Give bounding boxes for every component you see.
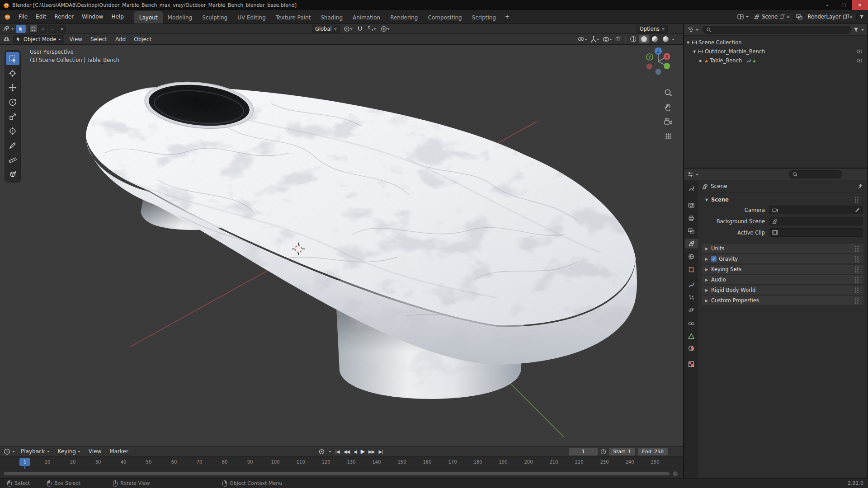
timeline-menu-marker[interactable]: Marker bbox=[105, 448, 132, 455]
tab-uv-editing[interactable]: UV Editing bbox=[232, 11, 271, 23]
chevron-down-icon[interactable] bbox=[861, 29, 864, 32]
menu-help[interactable]: Help bbox=[107, 14, 127, 20]
tab-scripting[interactable]: Scripting bbox=[467, 11, 501, 23]
tab-particles[interactable] bbox=[685, 292, 697, 302]
chevron-down-icon[interactable] bbox=[746, 16, 749, 19]
section-gravity[interactable]: ▶✓Gravity bbox=[702, 254, 863, 263]
menu-render[interactable]: Render bbox=[50, 14, 78, 20]
outliner-row-scene-collection[interactable]: ▼ Scene Collection bbox=[686, 38, 865, 47]
tool-add-cube[interactable] bbox=[6, 168, 19, 181]
tab-render[interactable] bbox=[685, 200, 697, 210]
close-button[interactable]: ✕ bbox=[852, 0, 868, 10]
add-workspace-button[interactable]: + bbox=[501, 10, 514, 23]
end-frame-field[interactable]: End 250 bbox=[638, 448, 668, 455]
play-button[interactable]: ▶ bbox=[361, 448, 364, 455]
prev-keyframe-button[interactable]: ◀◀ bbox=[344, 449, 349, 454]
background-scene-field[interactable] bbox=[769, 217, 863, 225]
section-custom-properties[interactable]: ▶Custom Properties bbox=[702, 296, 863, 305]
jump-to-start-button[interactable]: |◀ bbox=[335, 449, 340, 454]
pin-button[interactable] bbox=[858, 183, 863, 189]
tool-rotate[interactable] bbox=[6, 95, 19, 108]
new-viewlayer-icon[interactable] bbox=[843, 15, 847, 19]
zoom-icon[interactable] bbox=[664, 88, 673, 97]
timeline-scroll-handle[interactable] bbox=[673, 471, 678, 476]
viewport-menu-select[interactable]: Select bbox=[86, 36, 111, 42]
disclosure-icon[interactable]: ▼ bbox=[692, 50, 697, 54]
viewport-editor-icon[interactable] bbox=[3, 36, 10, 42]
tool-box-select[interactable] bbox=[6, 52, 19, 65]
outliner-row-object[interactable]: ▶ ▲ Table_Bench ▲ bbox=[686, 56, 865, 65]
tab-texture-paint[interactable]: Texture Paint bbox=[271, 11, 316, 23]
viewport-menu-add[interactable]: Add bbox=[111, 36, 130, 42]
overlays-dropdown[interactable] bbox=[602, 37, 613, 42]
new-scene-icon[interactable] bbox=[780, 15, 783, 19]
outliner-editor-icon[interactable] bbox=[687, 27, 693, 33]
timeline-editor-icon[interactable] bbox=[4, 448, 10, 455]
select-mode-extend-button[interactable]: + bbox=[39, 25, 47, 33]
gizmo-y-axis[interactable] bbox=[664, 63, 670, 69]
tab-texture[interactable] bbox=[685, 359, 697, 369]
camera-field[interactable] bbox=[769, 206, 863, 214]
options-dropdown[interactable]: Options bbox=[637, 25, 668, 33]
tab-scene[interactable] bbox=[685, 239, 698, 249]
gizmo-x-axis-neg[interactable] bbox=[646, 64, 652, 70]
chevron-down-icon[interactable] bbox=[696, 29, 698, 32]
gizmos-dropdown[interactable] bbox=[590, 36, 600, 42]
tab-object-data[interactable] bbox=[685, 331, 697, 341]
timeline-ruler[interactable]: 1 10203040506070809010011012013014015016… bbox=[0, 457, 683, 469]
tab-rendering[interactable]: Rendering bbox=[385, 11, 423, 23]
camera-view-icon[interactable] bbox=[664, 117, 673, 126]
chevron-down-icon[interactable] bbox=[329, 451, 331, 454]
viewport-3d[interactable]: User Perspective (1) Scene Collection | … bbox=[0, 45, 683, 446]
current-frame-field[interactable]: 1 bbox=[569, 448, 598, 455]
tab-object[interactable] bbox=[685, 265, 697, 275]
select-mode-subtract-button[interactable]: − bbox=[48, 25, 57, 33]
visibility-eye-icon[interactable] bbox=[856, 49, 863, 54]
timeline-menu-playback[interactable]: Playback bbox=[17, 448, 54, 455]
tab-animation[interactable]: Animation bbox=[348, 11, 385, 23]
viewport-menu-view[interactable]: View bbox=[65, 36, 86, 42]
menu-window[interactable]: Window bbox=[78, 14, 107, 20]
shading-wireframe-button[interactable] bbox=[628, 35, 638, 43]
disclosure-icon[interactable]: ▶ bbox=[698, 59, 703, 63]
tab-modeling[interactable]: Modeling bbox=[163, 11, 198, 23]
active-tool-button[interactable] bbox=[16, 25, 26, 33]
select-mode-invert-button[interactable]: × bbox=[58, 25, 66, 33]
tool-transform[interactable] bbox=[6, 124, 19, 137]
tab-physics[interactable] bbox=[685, 305, 697, 315]
tab-layout[interactable]: Layout bbox=[134, 11, 163, 23]
outliner-search[interactable] bbox=[703, 26, 851, 34]
auto-keying-icon[interactable] bbox=[319, 449, 325, 455]
tool-cursor[interactable] bbox=[6, 66, 19, 80]
disclosure-icon[interactable]: ▼ bbox=[686, 41, 690, 45]
unlink-scene-icon[interactable]: ✕ bbox=[786, 14, 790, 19]
tab-material[interactable] bbox=[685, 343, 697, 353]
gizmo-z-axis-neg[interactable] bbox=[656, 69, 661, 75]
tab-view-layer[interactable] bbox=[685, 226, 697, 236]
timeline-menu-keying[interactable]: Keying bbox=[54, 448, 85, 455]
clock-icon[interactable] bbox=[600, 449, 606, 455]
tool-measure[interactable] bbox=[6, 153, 19, 166]
timeline-menu-view[interactable]: View bbox=[85, 448, 105, 455]
section-units[interactable]: ▶Units bbox=[702, 244, 863, 253]
blender-menu-button[interactable] bbox=[0, 10, 14, 23]
chevron-down-icon[interactable] bbox=[672, 39, 675, 42]
gravity-checkbox[interactable]: ✓ bbox=[711, 256, 717, 262]
filter-funnel-icon[interactable] bbox=[853, 27, 859, 33]
tool-scale[interactable] bbox=[6, 110, 19, 123]
view-layer-icon[interactable] bbox=[796, 14, 802, 20]
tab-output[interactable] bbox=[685, 213, 697, 223]
visibility-eye-icon[interactable] bbox=[856, 58, 863, 63]
tab-modifiers[interactable] bbox=[685, 280, 697, 290]
object-visibility-dropdown[interactable] bbox=[577, 37, 588, 42]
timeline-scrollbar[interactable] bbox=[4, 472, 670, 475]
select-mode-new-button[interactable] bbox=[29, 25, 38, 33]
eyedropper-button[interactable] bbox=[854, 207, 860, 213]
ortho-grid-icon[interactable] bbox=[664, 131, 673, 141]
snap-toggle[interactable] bbox=[356, 26, 364, 32]
tab-compositing[interactable]: Compositing bbox=[423, 11, 467, 23]
tab-shading[interactable]: Shading bbox=[316, 11, 348, 23]
tool-move[interactable] bbox=[6, 81, 19, 94]
tab-world[interactable] bbox=[685, 252, 697, 262]
tab-sculpting[interactable]: Sculpting bbox=[197, 11, 232, 23]
